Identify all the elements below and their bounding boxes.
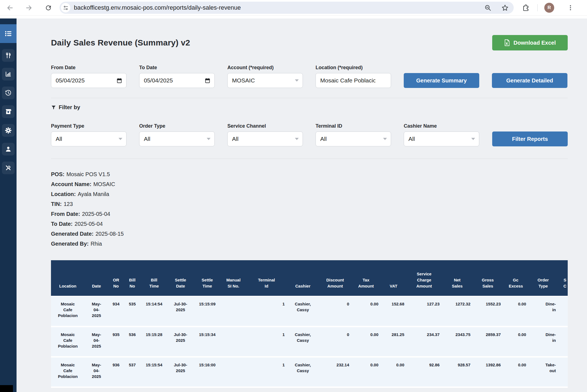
table-cell: 1392.86 (473, 357, 503, 387)
info-label: POS: (51, 171, 64, 177)
table-cell: 0 (319, 296, 351, 326)
cashier-name-select[interactable]: All (404, 131, 479, 146)
column-header: Date (85, 260, 108, 296)
account-value: MOSAIC (232, 77, 295, 84)
table-cell: 15:14:54 (141, 296, 167, 326)
browser-chrome: backofficestg.env.mosaic-pos.com/reports… (0, 0, 587, 16)
table-cell: 1 (246, 326, 287, 357)
column-header: Service Charge Amount (406, 260, 442, 296)
sidebar-item-reports[interactable] (0, 24, 17, 43)
calendar-icon (204, 77, 211, 84)
sidebar-item-menu[interactable] (2, 49, 15, 62)
sidebar-item-users[interactable] (2, 143, 15, 155)
zoom-out-icon[interactable] (484, 4, 491, 11)
table-cell: 936 (108, 357, 124, 387)
report-info: POS:Mosaic POS V1.5 Account Name:MOSAIC … (51, 169, 568, 249)
info-value: 2025-08-15 (96, 231, 124, 237)
table-header: LocationDateOR NoBill NoBill TimeSettle … (51, 260, 568, 296)
table-cell: Jul-30-2025 (167, 357, 194, 387)
table-cell: Cashier, Cassy (287, 357, 319, 387)
table-cell: 0 (319, 326, 351, 357)
terminal-id-label: Terminal ID (316, 123, 391, 129)
table-cell: 934 (108, 296, 124, 326)
section-divider (51, 98, 568, 98)
location-input[interactable] (316, 73, 391, 88)
filter-reports-button[interactable]: Filter Reports (492, 131, 568, 146)
chevron-down-icon (471, 138, 475, 140)
generate-summary-button[interactable]: Generate Summary (404, 73, 479, 88)
column-header: Settle Time (194, 260, 221, 296)
toolbar-divider (537, 4, 538, 11)
account-select[interactable]: MOSAIC (227, 73, 303, 88)
sidebar-item-history[interactable] (2, 87, 15, 99)
location-label: Location (*required) (316, 65, 391, 71)
payment-type-select[interactable]: All (51, 131, 126, 146)
table-cell: 15:15:09 (194, 296, 221, 326)
info-line: Location:Ayala Manila (51, 189, 568, 199)
forward-button[interactable] (25, 4, 33, 12)
terminal-id-select[interactable]: All (316, 131, 391, 146)
table-cell: 928.57 (442, 357, 473, 387)
table-cell: 1272.32 (442, 296, 473, 326)
service-channel-select[interactable]: All (227, 131, 303, 146)
info-value: 123 (64, 201, 73, 207)
column-header: OR No (108, 260, 124, 296)
info-label: TIN: (51, 201, 62, 207)
bookmark-star-icon[interactable] (501, 4, 509, 12)
info-value: 2025-05-04 (75, 221, 103, 227)
table-cell: 0.00 (503, 357, 528, 387)
account-label: Account (*required) (227, 65, 303, 71)
reload-button[interactable] (44, 4, 52, 12)
column-header: Discount Amount (319, 260, 351, 296)
info-line: POS:Mosaic POS V1.5 (51, 169, 568, 179)
browser-menu-button[interactable] (567, 4, 574, 11)
forward-icon (25, 4, 33, 12)
info-label: Generated By: (51, 241, 89, 247)
sidebar-item-settings[interactable] (2, 124, 15, 137)
column-header: S C (558, 260, 568, 296)
info-label: Generated Date: (51, 231, 94, 237)
info-value: MOSAIC (93, 181, 115, 187)
info-line: Account Name:MOSAIC (51, 179, 568, 189)
info-label: Account Name: (51, 181, 91, 187)
column-header: Settle Date (167, 260, 194, 296)
table-cell: Mosaic Cafe Poblacion (51, 357, 85, 387)
table-cell: Jul-30-2025 (167, 326, 194, 357)
download-excel-button[interactable]: Download Excel (492, 35, 568, 50)
sidebar-item-tools[interactable] (2, 162, 15, 174)
from-date-input[interactable]: 05/04/2025 (51, 73, 126, 88)
to-date-label: To Date (139, 65, 215, 71)
service-channel-value: All (232, 136, 295, 142)
column-header: Cashier (287, 260, 319, 296)
table-cell: 1 (246, 357, 287, 387)
back-button[interactable] (6, 4, 14, 12)
table-cell: 15:15:28 (141, 326, 167, 357)
site-settings-button[interactable] (61, 3, 70, 12)
table-cell (558, 357, 568, 387)
cashier-name-value: All (408, 136, 471, 142)
table-cell: 535 (124, 296, 141, 326)
table-cell: 15:15:34 (194, 326, 221, 357)
service-channel-label: Service Channel (227, 123, 303, 129)
site-settings-icon (63, 5, 69, 11)
table-cell: 2859.37 (473, 326, 503, 357)
sidebar-item-reports-charts[interactable] (2, 68, 15, 80)
table-cell: 1 (246, 296, 287, 326)
table-cell: May-04-2025 (85, 296, 108, 326)
address-bar[interactable]: backofficestg.env.mosaic-pos.com/reports… (60, 2, 514, 14)
info-line: To Date:2025-05-04 (51, 219, 568, 229)
profile-avatar[interactable]: R (544, 3, 554, 13)
filter-funnel-icon (51, 105, 56, 110)
order-type-label: Order Type (139, 123, 215, 129)
extensions-icon[interactable] (522, 4, 530, 12)
table-cell: 15:16:00 (194, 357, 221, 387)
to-date-input[interactable]: 05/04/2025 (139, 73, 215, 88)
table-row: Mosaic Cafe PoblacionMay-04-202593553615… (51, 326, 568, 357)
table-cell (558, 296, 568, 326)
sidebar (0, 18, 17, 392)
sidebar-item-store[interactable] (2, 105, 15, 118)
info-value: Mosaic POS V1.5 (66, 171, 110, 177)
reload-icon (45, 4, 52, 12)
order-type-select[interactable]: All (139, 131, 215, 146)
generate-detailed-button[interactable]: Generate Detailed (492, 73, 567, 88)
